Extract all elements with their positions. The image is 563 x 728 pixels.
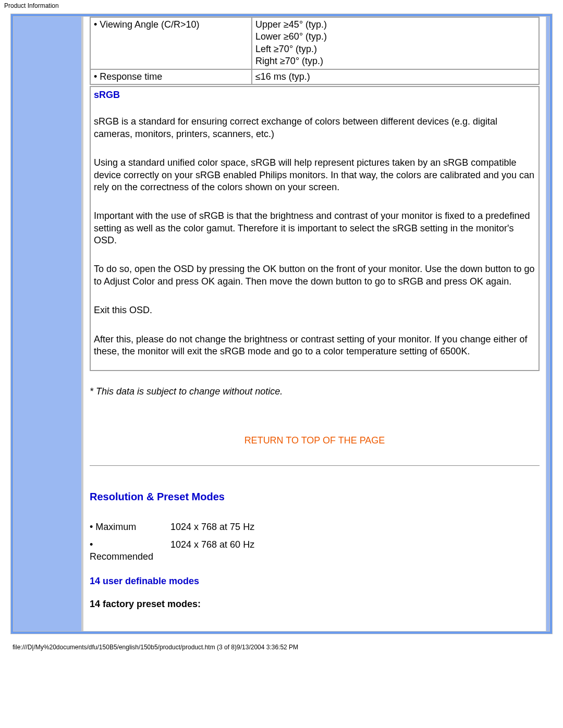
spec-value: ≤16 ms (typ.) — [252, 69, 539, 84]
outer-frame: • Viewing Angle (C/R>10) Upper ≥45° (typ… — [10, 14, 553, 634]
resolution-label-text: Recommended — [90, 551, 153, 562]
spec-value-line: Left ≥70° (typ.) — [255, 44, 317, 54]
page-header-path: Product Information — [0, 0, 563, 11]
spec-value-line: Lower ≥60° (typ.) — [255, 31, 327, 42]
spec-label: • Response time — [90, 69, 252, 84]
mid-frame: • Viewing Angle (C/R>10) Upper ≥45° (typ… — [13, 16, 550, 632]
srgb-paragraph: Using a standard unified color space, sR… — [94, 157, 535, 193]
spec-value-line: Upper ≥45° (typ.) — [255, 19, 327, 30]
return-to-top-link[interactable]: RETURN TO TOP OF THE PAGE — [244, 435, 385, 446]
bullet: • — [90, 539, 93, 550]
resolution-row: • Maximum 1024 x 768 at 75 Hz — [90, 521, 540, 533]
spec-table: • Viewing Angle (C/R>10) Upper ≥45° (typ… — [90, 17, 540, 85]
table-row: • Viewing Angle (C/R>10) Upper ≥45° (typ… — [90, 17, 539, 69]
resolution-title: Resolution & Preset Modes — [90, 490, 540, 503]
srgb-paragraph: sRGB is a standard for ensuring correct … — [94, 116, 535, 140]
resolution-row: • Recommended 1024 x 768 at 60 Hz — [90, 539, 540, 563]
srgb-paragraph: To do so, open the OSD by pressing the O… — [94, 263, 535, 288]
resolution-label: • Maximum — [90, 521, 168, 533]
resolution-value: 1024 x 768 at 75 Hz — [170, 522, 254, 532]
srgb-paragraph: After this, please do not change the bri… — [94, 334, 535, 358]
spec-value: Upper ≥45° (typ.) Lower ≥60° (typ.) Left… — [252, 17, 539, 69]
table-row: • Response time ≤16 ms (typ.) — [90, 69, 539, 84]
srgb-title: sRGB — [94, 89, 535, 101]
notice-text: * This data is subject to change without… — [90, 386, 540, 398]
user-definable-modes: 14 user definable modes — [90, 575, 540, 587]
spec-label: • Viewing Angle (C/R>10) — [90, 17, 252, 69]
resolution-value: 1024 x 768 at 60 Hz — [170, 539, 254, 550]
spec-value-line: Right ≥70° (typ.) — [255, 56, 323, 66]
content-area: • Viewing Angle (C/R>10) Upper ≥45° (typ… — [81, 17, 546, 631]
factory-preset-modes: 14 factory preset modes: — [90, 598, 540, 610]
divider — [90, 465, 540, 466]
resolution-label: • Recommended — [90, 539, 168, 563]
srgb-section: sRGB sRGB is a standard for ensuring cor… — [90, 86, 540, 371]
footer-path: file:///D|/My%20documents/dfu/150B5/engl… — [0, 636, 563, 655]
srgb-paragraph: Important with the use of sRGB is that t… — [94, 210, 535, 246]
srgb-paragraph: Exit this OSD. — [94, 304, 535, 316]
return-to-top[interactable]: RETURN TO TOP OF THE PAGE — [90, 435, 540, 447]
